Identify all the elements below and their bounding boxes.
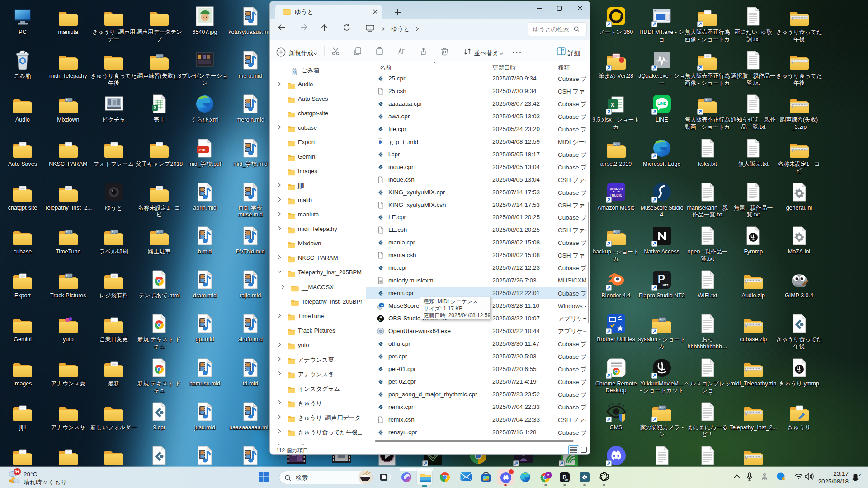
svg-text:PDF: PDF (199, 147, 208, 152)
svg-text:NT2: NT2 (662, 284, 668, 287)
svg-text:LINE: LINE (657, 101, 666, 106)
svg-text:z: z (859, 473, 861, 477)
svg-text:amazon: amazon (609, 187, 622, 191)
svg-text:X: X (153, 105, 156, 110)
svg-text:NT2: NT2 (564, 479, 568, 482)
svg-text:music: music (610, 192, 622, 197)
svg-text:X: X (610, 101, 615, 108)
svg-text:P: P (657, 272, 665, 285)
